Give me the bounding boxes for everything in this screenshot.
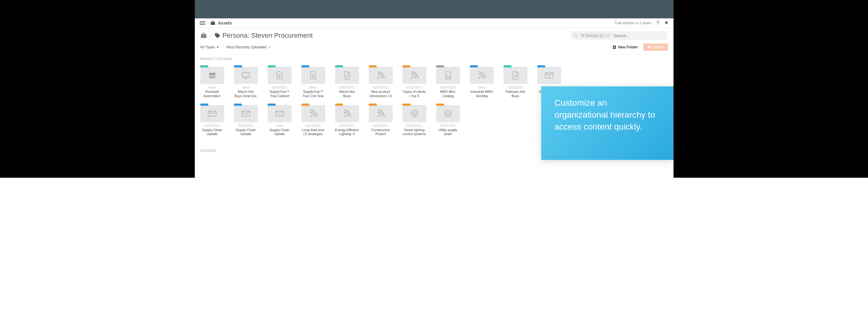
search-icon (574, 33, 578, 38)
filter-bar: All Types ▼ Most Recently Uploaded ▲▼ Ne… (195, 42, 674, 54)
folder-card[interactable]: 02/03/2021Smart lighting control systems… (402, 105, 426, 137)
help-icon[interactable]: ? (656, 20, 659, 26)
svg-point-19 (279, 74, 280, 76)
mail-icon (208, 111, 217, 117)
folder-icon (301, 105, 325, 122)
folder-title: New product introduction | 8 (369, 90, 393, 98)
svg-rect-15 (213, 76, 214, 76)
folder-card[interactable]: 02/01/2021February Hot Buys (503, 67, 527, 98)
folder-card[interactable]: 03/03/2021Construction Project (369, 105, 393, 137)
upload-button[interactable]: Upload (643, 43, 668, 51)
folder-title: Supply Chain Update (268, 128, 291, 137)
folder-tab (268, 65, 276, 67)
folder-icon (402, 67, 426, 84)
folder-card[interactable]: IdeasMarch Hot Buys Deal Doc (234, 67, 258, 98)
folder-icon (268, 105, 291, 122)
folder-card[interactable]: 03/01/2021March Hot Buys (335, 67, 359, 98)
folder-card[interactable]: IdeasRockwell Automation (200, 67, 224, 98)
folder-title: February Hot Buys (503, 90, 527, 98)
search-bar[interactable]: Persona: St... × (570, 31, 668, 40)
chip-close-icon[interactable]: × (607, 34, 609, 37)
page-app-title: Assets (218, 21, 232, 25)
folder-tab (301, 104, 309, 106)
tag-icon (214, 32, 220, 38)
folder-card[interactable]: 02/15/2021New product introduction | 8 (369, 67, 393, 98)
folder-meta: 02/01/2021 (503, 86, 527, 89)
folder-card[interactable]: IdeasSupplyTrax™ Trax Crib Tear (301, 67, 325, 98)
search-input[interactable] (614, 33, 665, 38)
bell-icon[interactable] (664, 21, 669, 25)
folder-icon (369, 105, 393, 122)
page-title: Persona: Steven Procurement (222, 32, 313, 39)
folder-card[interactable]: 03/01/2021Energy-Efficient Lighting: 4 w… (335, 105, 359, 137)
folder-icon (200, 67, 224, 84)
svg-rect-11 (210, 72, 211, 73)
briefcase-home-icon[interactable] (200, 33, 207, 38)
type-filter[interactable]: All Types ▼ (200, 45, 219, 49)
folder-tab (200, 65, 208, 67)
folder-meta: Ideas (268, 124, 291, 127)
folder-card[interactable]: 02/24/2021Long lead time | 6 strategies … (301, 105, 325, 137)
sort-filter[interactable]: Most Recently Uploaded ▲▼ (226, 45, 271, 49)
doc-icon (512, 71, 519, 79)
svg-point-26 (478, 77, 480, 79)
folder-title: Rockwell Automation (200, 90, 224, 98)
rss-icon (309, 110, 317, 118)
svg-rect-2 (201, 34, 207, 38)
filter-chip[interactable]: Persona: St... × (580, 33, 611, 38)
folder-meta: 02/01/2021 (436, 124, 460, 127)
folder-title: March Hot Buys Deal Doc (234, 90, 258, 98)
folder-tab (470, 65, 478, 67)
breadcrumb-bar: › Persona: Steven Procurement Persona: S… (195, 28, 674, 42)
folder-card[interactable]: 02/01/2021Utility supply chain (436, 105, 460, 137)
folder-card[interactable]: 03/02/2021Supply Chain Update (234, 105, 258, 137)
folder-card[interactable]: 02/24/2020MRO Mini-Catalog (436, 67, 460, 98)
sort-filter-label: Most Recently Uploaded (226, 45, 267, 49)
folder-icon (402, 105, 426, 122)
folder-icon (436, 67, 460, 84)
folder-title: Supply Chain Update (200, 128, 224, 137)
calendar-icon (208, 71, 216, 79)
folder-meta: Ideas (234, 86, 258, 89)
monitor-icon (242, 72, 250, 79)
doc-user-icon (310, 71, 317, 79)
new-folder-button[interactable]: New Folder (613, 45, 638, 49)
svg-point-24 (411, 77, 412, 79)
folder-title: Energy-Efficient Lighting: 4 ways (335, 128, 359, 137)
trial-status: Trial expires in 2 years (614, 21, 651, 25)
chevron-right-icon: › (210, 33, 212, 38)
folder-icon (234, 105, 258, 122)
folder-card[interactable]: 02/16/2021Supply Chain Update (200, 105, 224, 137)
svg-rect-8 (614, 47, 615, 48)
folder-card[interactable]: IdeasIndustrial MRO Vending (470, 67, 494, 98)
folder-meta: 03/03/2021 (369, 124, 393, 127)
folder-title: Supply Chain Update (234, 128, 258, 137)
folder-meta: 02/15/2021 (369, 86, 393, 89)
folder-icon (369, 67, 393, 84)
folder-tab (503, 65, 512, 67)
svg-point-23 (377, 77, 379, 79)
folder-tab (436, 65, 444, 67)
rss-icon (478, 71, 486, 79)
folder-meta: 02/04/2021 (268, 86, 291, 89)
svg-rect-1 (212, 21, 214, 22)
folder-tab (234, 104, 242, 106)
folder-icon (268, 67, 291, 84)
folder-title: Industrial MRO Vending (470, 90, 494, 98)
folder-tab (200, 104, 208, 106)
menu-icon[interactable] (200, 21, 205, 25)
project-folders-label: PROJECT FOLDERS (195, 55, 674, 64)
caret-down-icon: ▼ (216, 46, 219, 49)
folder-icon (335, 67, 359, 84)
folder-card[interactable]: IdeasSupply Chain Update (268, 105, 291, 137)
rss-icon (377, 71, 385, 79)
folder-title: MRO Mini-Catalog (436, 90, 460, 98)
folder-card[interactable]: 02/04/2021SupplyTrax™ Trax Cabinet (268, 67, 291, 98)
rss-icon (343, 110, 351, 118)
divider (200, 54, 668, 54)
svg-point-4 (574, 34, 577, 36)
folder-tab (436, 104, 444, 106)
svg-rect-12 (214, 72, 214, 73)
briefcase-icon (210, 21, 216, 25)
folder-card[interactable]: 02/22/2021Types of robots | Top 5 (402, 67, 426, 98)
